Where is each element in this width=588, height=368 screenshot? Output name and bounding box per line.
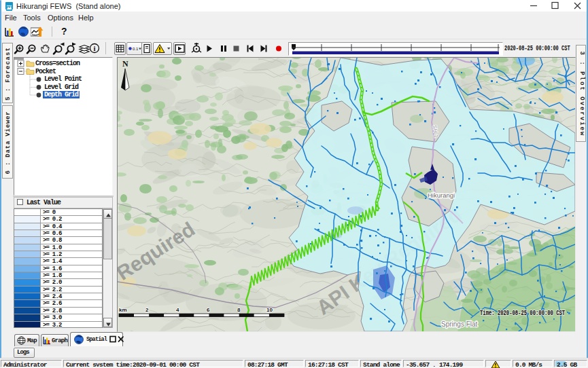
- svg-text:Springs Flat: Springs Flat: [441, 320, 478, 328]
- svg-text:i: i: [94, 44, 96, 52]
- svg-text:8: 8: [237, 307, 241, 313]
- svg-text:6: 6: [207, 307, 210, 313]
- svg-text:0.1: 0.1: [133, 47, 139, 51]
- svg-text:Time: 2020-08-25 00:00:00 CST: Time: 2020-08-25 00:00:00 CST: [480, 310, 565, 317]
- svg-text:Hikurangi: Hikurangi: [428, 191, 455, 199]
- svg-text:10: 10: [266, 307, 273, 313]
- svg-text:2: 2: [145, 307, 149, 313]
- svg-text:4: 4: [176, 307, 179, 313]
- svg-text:km: km: [119, 307, 127, 313]
- svg-text:N: N: [122, 59, 128, 69]
